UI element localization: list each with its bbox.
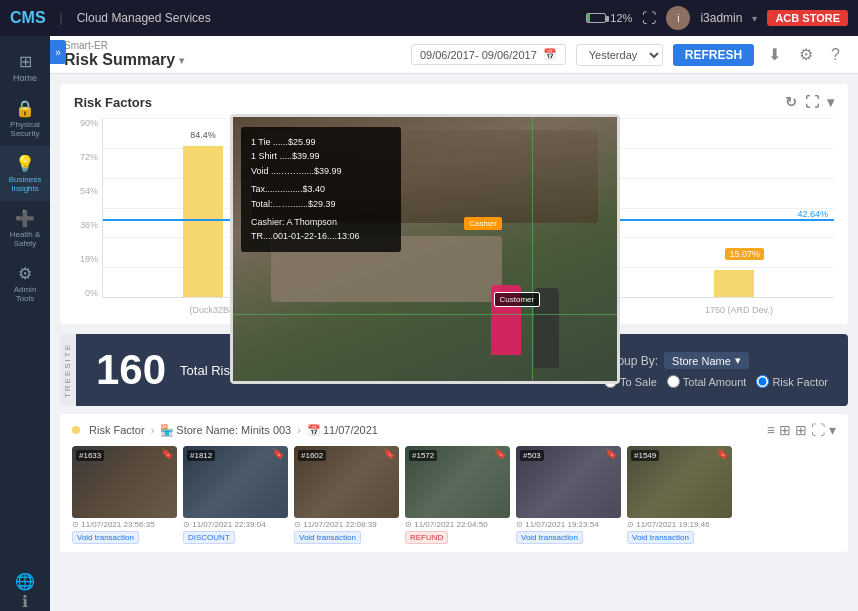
thumb-1-tag: Void transaction — [72, 531, 139, 544]
bar-2-badge: 15.07% — [725, 248, 764, 260]
grid-view-icon[interactable]: ⊞ — [795, 422, 807, 438]
sidebar-item-label: Health & Safety — [4, 230, 46, 248]
settings-button[interactable]: ⚙ — [795, 43, 817, 66]
page-title-text: Risk Summary — [64, 51, 175, 69]
expand-view-icon[interactable]: ⛶ — [811, 422, 825, 438]
thumb-3[interactable]: #1602 🔖 ⊙ 11/07/2021 22:08:39 Void trans… — [294, 446, 399, 544]
nav-divider: | — [60, 11, 63, 25]
thumb-2-id: #1812 — [187, 450, 215, 461]
group-by-arrow: ▾ — [735, 354, 741, 367]
risk-factors-title: Risk Factors — [74, 95, 152, 110]
cashier-badge: Cashier — [464, 217, 502, 230]
thumb-4-id: #1572 — [409, 450, 437, 461]
content-area: Risk Factors ↻ ⛶ ▾ 90% 72% 54% 36% 18% 0… — [50, 74, 858, 611]
sidebar-item-business-insights[interactable]: 💡 Business Insights — [0, 146, 50, 201]
thumb-6-time: ⊙ 11/07/2021 19:19:46 — [627, 520, 732, 529]
receipt-line-2: 1 Shirt .....$39.99 — [251, 149, 391, 163]
receipt-line-1: 1 Tie ......$25.99 — [251, 135, 391, 149]
page-title-arrow[interactable]: ▾ — [179, 55, 184, 66]
chart-bar-2: 15.07% 1750 (ARD Dev.) — [714, 270, 754, 297]
video-overlay[interactable]: Cashier Customer 1 Tie ......$25.99 1 Sh… — [230, 114, 620, 384]
radio-risk-factor[interactable]: Risk Factor — [756, 375, 828, 388]
thumb-2-bookmark: 🔖 — [272, 448, 284, 459]
detection-line-horizontal — [233, 314, 617, 315]
thumb-2-time: ⊙ 11/07/2021 22:39:04 — [183, 520, 288, 529]
sidebar-item-health-safety[interactable]: ➕ Health & Safety — [0, 201, 50, 256]
thumb-2-tag: DISCOUNT — [183, 531, 235, 544]
breadcrumb-date: 📅 11/07/2021 — [307, 424, 378, 437]
thumb-1-id: #1633 — [76, 450, 104, 461]
avg-line-label: 42.64% — [795, 209, 830, 219]
date-range[interactable]: 09/06/2017- 09/06/2017 📅 — [411, 44, 566, 65]
thumb-1[interactable]: #1633 🔖 ⊙ 11/07/2021 23:56:35 Void trans… — [72, 446, 177, 544]
total-risk-num: 160 — [96, 346, 166, 394]
breadcrumb-store: 🏪 Store Name: Minits 003 — [160, 424, 291, 437]
download-button[interactable]: ⬇ — [764, 43, 785, 66]
receipt-line-3: Void ....……......$39.99 — [251, 164, 391, 178]
refresh-button[interactable]: REFRESH — [673, 44, 754, 66]
thumb-4-img: #1572 🔖 — [405, 446, 510, 518]
breadcrumb-sep-1: › — [151, 424, 155, 436]
risk-factor-dot — [72, 426, 80, 434]
sidebar-info-icon[interactable]: ℹ — [22, 592, 28, 611]
breadcrumb-risk-factor: Risk Factor — [89, 424, 145, 436]
sidebar-expand-btn[interactable]: » — [50, 40, 66, 64]
view-controls: ≡ ⊞ ⊞ ⛶ ▾ — [767, 422, 836, 438]
calendar-icon: 📅 — [543, 48, 557, 61]
card-actions: ↻ ⛶ ▾ — [785, 94, 834, 110]
battery-pct: 12% — [610, 12, 632, 24]
treesite-container: TREESITE — [60, 334, 76, 406]
refresh-small-icon[interactable]: ↻ — [785, 94, 797, 110]
radio-risk-factor-input[interactable] — [756, 375, 769, 388]
table-view-icon[interactable]: ⊞ — [779, 422, 791, 438]
thumb-5-bookmark: 🔖 — [605, 448, 617, 459]
breadcrumb-sep-2: › — [297, 424, 301, 436]
thumb-6[interactable]: #1549 🔖 ⊙ 11/07/2021 19:19:46 Void trans… — [627, 446, 732, 544]
fullscreen-icon[interactable]: ⛶ — [805, 94, 819, 110]
group-by-section: Group By: Store Name ▾ To Sale — [604, 352, 828, 388]
group-by-select[interactable]: Store Name ▾ — [664, 352, 749, 369]
thumb-5-img: #503 🔖 — [516, 446, 621, 518]
home-icon: ⊞ — [19, 52, 32, 71]
sidebar-item-physical-security[interactable]: 🔒 Physical Security — [0, 91, 50, 146]
avatar: i — [666, 6, 690, 30]
sidebar-item-home[interactable]: ⊞ Home — [0, 44, 50, 91]
radio-total-amount-input[interactable] — [667, 375, 680, 388]
radio-total-amount[interactable]: Total Amount — [667, 375, 747, 388]
store-badge[interactable]: ACB STORE — [767, 10, 848, 26]
total-risk-number: 160 — [96, 346, 180, 394]
more-options-icon[interactable]: ▾ — [829, 422, 836, 438]
thumb-6-tag: Void transaction — [627, 531, 694, 544]
admin-icon: ⚙ — [18, 264, 32, 283]
thumb-2[interactable]: #1812 🔖 ⊙ 11/07/2021 22:39:04 DISCOUNT — [183, 446, 288, 544]
sidebar-item-label: Home — [13, 73, 37, 83]
main-content: Smart-ER Risk Summary ▾ 09/06/2017- 09/0… — [50, 36, 858, 611]
period-select[interactable]: Yesterday — [576, 44, 663, 66]
group-by-value: Store Name — [672, 355, 731, 367]
thumbnails-section: Risk Factor › 🏪 Store Name: Minits 003 ›… — [60, 414, 848, 552]
top-navbar: CMS | Cloud Managed Services 12% ⛶ i i3a… — [0, 0, 858, 36]
sub-header: Smart-ER Risk Summary ▾ 09/06/2017- 09/0… — [50, 36, 858, 74]
thumb-4[interactable]: #1572 🔖 ⊙ 11/07/2021 22:04:50 REFUND — [405, 446, 510, 544]
thumb-1-img: #1633 🔖 — [72, 446, 177, 518]
sidebar-item-admin-tools[interactable]: ⚙ Admin Tools — [0, 256, 50, 311]
group-by: Group By: Store Name ▾ — [604, 352, 828, 369]
receipt-line-6: Cashier: A Thompson — [251, 215, 391, 229]
detection-line-vertical — [532, 117, 533, 381]
thumb-6-id: #1549 — [631, 450, 659, 461]
thumb-5-time: ⊙ 11/07/2021 19:23:54 — [516, 520, 621, 529]
list-view-icon[interactable]: ≡ — [767, 422, 775, 438]
insights-icon: 💡 — [15, 154, 35, 173]
thumb-4-bookmark: 🔖 — [494, 448, 506, 459]
breadcrumb: Smart-ER — [64, 40, 184, 51]
customer-badge: Customer — [494, 292, 541, 307]
expand-icon[interactable]: ⛶ — [642, 10, 656, 26]
thumb-5[interactable]: #503 🔖 ⊙ 11/07/2021 19:23:54 Void transa… — [516, 446, 621, 544]
sidebar-bottom-icon[interactable]: 🌐 — [15, 572, 35, 591]
help-button[interactable]: ? — [827, 44, 844, 66]
chevron-down-icon[interactable]: ▾ — [827, 94, 834, 110]
page-title: Risk Summary ▾ — [64, 51, 184, 69]
username: i3admin — [700, 11, 742, 25]
video-inner: Cashier Customer 1 Tie ......$25.99 1 Sh… — [233, 117, 617, 381]
cms-logo: CMS — [10, 9, 46, 27]
